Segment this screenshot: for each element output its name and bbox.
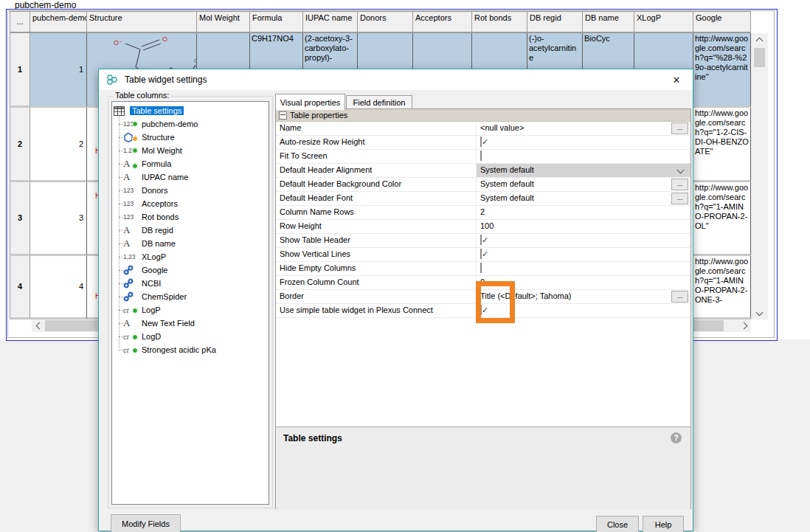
tree-item-table-settings[interactable]: Table settings bbox=[112, 104, 269, 117]
vertical-scrollbar[interactable] bbox=[751, 33, 768, 319]
tree-item-mol-weight[interactable]: 1,23Mol Weight bbox=[112, 144, 269, 157]
tree-item-db-regid[interactable]: ADB regid bbox=[112, 224, 269, 237]
scroll-up-button[interactable] bbox=[753, 33, 766, 46]
property-value-text: System default bbox=[480, 193, 534, 202]
checkbox-checked[interactable] bbox=[480, 235, 482, 245]
ellipsis-button[interactable]: ... bbox=[671, 193, 688, 204]
grid-corner-button[interactable]: ... bbox=[10, 11, 30, 33]
tab-visual-properties[interactable]: Visual properties bbox=[275, 94, 345, 110]
checkbox-unchecked[interactable] bbox=[480, 263, 482, 273]
property-value[interactable] bbox=[477, 136, 690, 149]
row-header[interactable]: 3 bbox=[10, 182, 30, 256]
grid-cell[interactable]: 2 bbox=[30, 108, 87, 182]
grid-cell[interactable]: http://www.google.com/search?q="1-AMINO-… bbox=[693, 182, 751, 256]
property-row: Default Header AlignmentSystem default bbox=[276, 164, 690, 178]
property-value[interactable] bbox=[477, 248, 690, 261]
property-value[interactable]: System default bbox=[477, 178, 690, 191]
ellipsis-button[interactable]: ... bbox=[671, 179, 688, 190]
close-button[interactable]: Close bbox=[596, 516, 639, 532]
tree-item-label: Strongest acidic pKa bbox=[139, 345, 218, 354]
scroll-right-button[interactable] bbox=[738, 319, 751, 332]
grid-cell[interactable]: http://www.google.com/search?q="%28-%29o… bbox=[693, 33, 751, 108]
property-label: Hide Empty Columns bbox=[276, 262, 477, 275]
tree-item-new-text-field[interactable]: ANew Text Field bbox=[112, 317, 269, 330]
property-row: Show Table Header bbox=[276, 234, 690, 248]
grid-column-header[interactable]: DB name bbox=[583, 11, 634, 33]
tree-item-structure[interactable]: Structure bbox=[112, 131, 269, 144]
grid-column-header[interactable]: Rot bonds bbox=[472, 11, 527, 33]
tree-item-google[interactable]: Google bbox=[112, 263, 269, 277]
tree-item-pubchem-demo[interactable]: 123pubchem-demo bbox=[112, 117, 269, 131]
property-label: Row Height bbox=[276, 220, 477, 233]
text-icon: A bbox=[123, 171, 139, 183]
property-label: Column Name Rows bbox=[276, 206, 477, 219]
grid-column-header[interactable]: pubchem-demo bbox=[30, 11, 87, 33]
int-icon: 123 bbox=[123, 120, 139, 128]
tree-item-label: New Text Field bbox=[139, 319, 197, 328]
tree-item-db-name[interactable]: ADB name bbox=[112, 237, 269, 250]
grid-column-header[interactable]: Mol Weight bbox=[197, 11, 250, 33]
tree-item-xlogp[interactable]: 1,23XLogP bbox=[112, 250, 269, 263]
property-value[interactable] bbox=[477, 234, 690, 247]
grid-cell[interactable]: 1 bbox=[30, 33, 87, 108]
ellipsis-button[interactable]: ... bbox=[671, 291, 688, 303]
property-value[interactable]: System default bbox=[477, 192, 690, 205]
grid-cell[interactable]: http://www.google.com/search?q="1-2-CIS-… bbox=[693, 108, 751, 182]
property-label: Default Header Background Color bbox=[276, 178, 477, 191]
row-header[interactable]: 1 bbox=[10, 33, 30, 108]
grid-column-header[interactable]: Formula bbox=[250, 11, 303, 33]
property-group-header[interactable]: Table properties bbox=[276, 109, 690, 122]
tree-item-logd[interactable]: ctLogD bbox=[112, 330, 269, 343]
modify-fields-button[interactable]: Modify Fields bbox=[111, 514, 181, 532]
grid-column-header[interactable]: Structure bbox=[87, 11, 197, 33]
tree-item-chemspider[interactable]: ChemSpider bbox=[112, 290, 269, 303]
grid-column-header[interactable]: DB regid bbox=[527, 11, 583, 33]
tree-item-donors[interactable]: 123Donors bbox=[112, 184, 269, 197]
property-value[interactable] bbox=[477, 262, 690, 275]
tree-item-strongest-acidic-pka[interactable]: ctStrongest acidic pKa bbox=[112, 343, 269, 356]
row-header[interactable]: 4 bbox=[10, 256, 30, 319]
scroll-left-button[interactable] bbox=[32, 319, 44, 332]
checkbox-checked[interactable] bbox=[480, 137, 482, 147]
property-value[interactable]: <null value> bbox=[477, 122, 690, 135]
help-icon[interactable]: ? bbox=[671, 432, 682, 443]
close-icon[interactable]: ✕ bbox=[660, 69, 693, 90]
table-columns-groupbox: Table columns: Table settings123pubchem-… bbox=[108, 96, 273, 508]
property-value[interactable]: 2 bbox=[477, 206, 690, 219]
tab-field-definition[interactable]: Field definition bbox=[346, 95, 412, 110]
vertical-scroll-thumb[interactable] bbox=[754, 48, 765, 67]
grid-column-header[interactable]: Google bbox=[693, 11, 751, 33]
property-value[interactable]: 100 bbox=[477, 220, 690, 233]
grid-column-header[interactable]: Acceptors bbox=[413, 11, 472, 33]
ct-icon: ct bbox=[123, 306, 139, 314]
ellipsis-button[interactable]: ... bbox=[671, 122, 688, 134]
grid-column-header[interactable]: XLogP bbox=[634, 11, 693, 33]
tree-item-iupac-name[interactable]: AIUPAC name bbox=[112, 170, 269, 184]
grid-cell[interactable]: http://www.google.com/search?q="1-AMINO-… bbox=[693, 256, 751, 319]
text-icon: A bbox=[123, 224, 139, 236]
dialog-title: Table widget settings bbox=[125, 75, 207, 85]
row-header[interactable]: 2 bbox=[10, 108, 30, 182]
tree-item-formula[interactable]: AFormula bbox=[112, 157, 269, 170]
tree-item-ncbi[interactable]: NCBI bbox=[112, 277, 269, 290]
help-button[interactable]: Help bbox=[643, 516, 684, 532]
checkbox-unchecked[interactable] bbox=[480, 151, 482, 161]
chevron-down-icon[interactable] bbox=[677, 167, 685, 174]
property-value[interactable] bbox=[477, 150, 690, 163]
grid-column-header[interactable]: IUPAC name bbox=[303, 11, 358, 33]
tree-item-label: Donors bbox=[139, 186, 170, 195]
grid-cell[interactable]: 3 bbox=[30, 182, 87, 256]
scroll-down-button[interactable] bbox=[753, 307, 766, 319]
grid-column-header[interactable]: Donors bbox=[358, 11, 413, 33]
property-label: Auto-resize Row Height bbox=[276, 136, 477, 149]
collapse-icon[interactable] bbox=[279, 111, 287, 120]
indexed-green-dot-icon bbox=[132, 148, 138, 153]
grid-cell[interactable]: 4 bbox=[30, 256, 87, 319]
checkbox-checked[interactable] bbox=[480, 249, 482, 259]
tree-item-logp[interactable]: ctLogP bbox=[112, 303, 269, 317]
tree-item-rot-bonds[interactable]: 123Rot bonds bbox=[112, 210, 269, 224]
property-label: Border bbox=[276, 290, 477, 303]
tree-item-acceptors[interactable]: 123Acceptors bbox=[112, 197, 269, 210]
highlight-box bbox=[476, 281, 515, 323]
property-value[interactable]: System default bbox=[477, 164, 690, 177]
